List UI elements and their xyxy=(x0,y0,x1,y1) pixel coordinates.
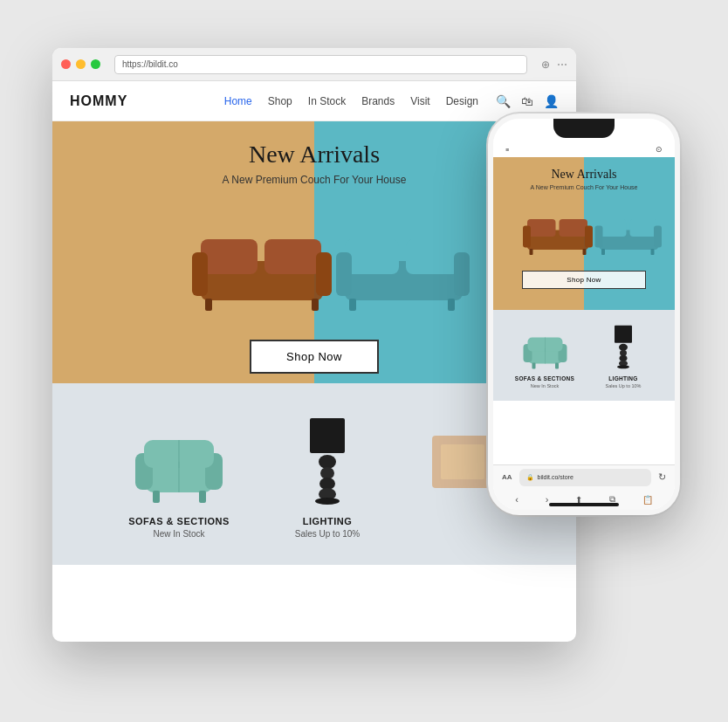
site-navbar: HOMMY Home Shop In Stock Brands Visit De… xyxy=(52,81,576,121)
product-card-lighting: LIGHTING Sales Up to 10% xyxy=(262,409,393,539)
svg-rect-5 xyxy=(205,299,212,311)
share-icon[interactable]: ⊕ xyxy=(541,58,550,71)
bookmarks-icon[interactable]: 📋 xyxy=(642,495,653,505)
hero-title: New Arrivals xyxy=(249,141,380,168)
svg-rect-41 xyxy=(654,226,662,248)
phone-url-bar[interactable]: 🔒 bildit.co/store xyxy=(519,469,651,486)
product-name-lighting: LIGHTING xyxy=(303,516,353,526)
svg-point-53 xyxy=(619,344,628,351)
svg-rect-34 xyxy=(585,226,593,248)
svg-point-24 xyxy=(320,467,334,479)
svg-rect-40 xyxy=(595,226,603,248)
phone-aa-button[interactable]: AA xyxy=(502,473,512,481)
back-icon[interactable]: ‹ xyxy=(515,494,519,505)
maximize-dot[interactable] xyxy=(91,59,100,69)
nav-home[interactable]: Home xyxy=(224,95,252,107)
svg-rect-2 xyxy=(264,239,321,274)
svg-rect-10 xyxy=(336,252,352,296)
svg-rect-32 xyxy=(560,219,588,237)
refresh-icon[interactable]: ↻ xyxy=(658,471,666,483)
lock-icon: 🔒 xyxy=(526,474,534,481)
nav-instock[interactable]: In Stock xyxy=(308,95,346,107)
svg-rect-11 xyxy=(454,252,470,296)
svg-rect-42 xyxy=(601,249,605,255)
phone-time: ≡ xyxy=(505,147,509,153)
shop-now-button[interactable]: Shop Now xyxy=(250,340,379,374)
phone-product-name-sofas: SOFAS & SECTIONS xyxy=(515,375,574,382)
svg-rect-38 xyxy=(600,219,627,237)
phone-product-name-lighting: LIGHTING xyxy=(608,375,637,382)
phone-product-sofas: SOFAS & SECTIONS New In Stock xyxy=(510,322,580,389)
hero-sofa-image xyxy=(175,200,454,313)
svg-rect-43 xyxy=(651,249,655,255)
product-card-sofas: SOFAS & SECTIONS New In Stock xyxy=(113,409,244,539)
product-image-lighting xyxy=(275,409,380,505)
phone-hero-subtitle: A New Premium Couch For Your House xyxy=(531,184,638,190)
svg-rect-18 xyxy=(153,491,160,503)
svg-point-55 xyxy=(620,355,628,361)
svg-rect-52 xyxy=(615,326,632,343)
phone-hero: New Arrivals A New Premium Couch For You… xyxy=(493,157,675,310)
svg-rect-19 xyxy=(199,491,206,503)
svg-point-25 xyxy=(319,478,335,490)
nav-links: Home Shop In Stock Brands Visit Design xyxy=(224,95,478,107)
nav-visit[interactable]: Visit xyxy=(410,95,429,107)
svg-rect-1 xyxy=(201,239,258,274)
nav-brands[interactable]: Brands xyxy=(361,95,395,107)
phone-toolbar: ‹ › ⬆ ⧉ 📋 xyxy=(493,489,675,510)
svg-rect-48 xyxy=(532,363,535,369)
phone-hero-title: New Arrivals xyxy=(551,168,616,182)
phone-products-section: SOFAS & SECTIONS New In Stock LIGHTING S… xyxy=(493,310,675,401)
svg-rect-35 xyxy=(530,249,533,255)
phone-product-img-lighting xyxy=(597,322,649,370)
phone-product-sub-lighting: Sales Up to 10% xyxy=(606,383,642,389)
product-name-sofas: SOFAS & SECTIONS xyxy=(128,516,230,526)
product-image-sofas xyxy=(127,409,231,505)
sofa-chair-illustration xyxy=(131,418,227,505)
svg-rect-9 xyxy=(406,239,460,274)
svg-point-54 xyxy=(620,350,627,356)
phone-sofa-illustration xyxy=(514,197,663,258)
svg-rect-6 xyxy=(312,299,319,311)
svg-point-23 xyxy=(319,455,336,469)
browser-chrome: https://bildit.co ⊕ ⋯ xyxy=(52,48,576,81)
phone-lamp-illustration xyxy=(606,322,641,370)
svg-rect-12 xyxy=(349,299,356,311)
browser-toolbar-icons: ⊕ ⋯ xyxy=(541,58,567,71)
phone-url-text: bildit.co/store xyxy=(538,474,573,480)
svg-rect-8 xyxy=(345,239,399,274)
address-bar[interactable]: https://bildit.co xyxy=(114,55,527,74)
svg-rect-29 xyxy=(441,444,484,479)
svg-rect-31 xyxy=(527,219,556,237)
product-sub-lighting: Sales Up to 10% xyxy=(295,529,361,539)
more-icon[interactable]: ⋯ xyxy=(557,58,567,71)
phone-sofa-chair xyxy=(521,327,569,370)
user-icon[interactable]: 👤 xyxy=(544,94,559,108)
svg-rect-22 xyxy=(310,418,345,453)
close-dot[interactable] xyxy=(61,59,71,69)
svg-rect-39 xyxy=(630,219,657,237)
hero-subtitle: A New Premium Couch For Your House xyxy=(223,174,407,186)
phone-product-img-sofas xyxy=(519,322,571,370)
svg-point-57 xyxy=(617,365,629,368)
forward-icon[interactable]: › xyxy=(546,494,549,505)
cart-icon[interactable]: 🛍 xyxy=(521,94,533,108)
svg-rect-3 xyxy=(192,252,208,296)
nav-shop[interactable]: Shop xyxy=(268,95,292,107)
svg-rect-33 xyxy=(523,226,531,248)
search-icon[interactable]: 🔍 xyxy=(496,94,511,108)
svg-rect-4 xyxy=(316,252,332,296)
phone-address-row: AA 🔒 bildit.co/store ↻ xyxy=(493,465,675,489)
minimize-dot[interactable] xyxy=(76,59,86,69)
lamp-illustration xyxy=(292,414,362,505)
phone-sofa-image xyxy=(514,197,654,258)
phone-shop-now-button[interactable]: Shop Now xyxy=(522,271,645,289)
url-text: https://bildit.co xyxy=(122,59,178,69)
phone-mockup: ≡ ⊙ New Arrivals A New Premium Couch For… xyxy=(488,113,680,515)
phone-product-sub-sofas: New In Stock xyxy=(531,383,559,389)
svg-point-27 xyxy=(315,498,340,505)
nav-design[interactable]: Design xyxy=(446,95,478,107)
svg-rect-36 xyxy=(583,249,587,255)
sofa-illustration xyxy=(175,200,471,313)
product-sub-sofas: New In Stock xyxy=(154,529,205,539)
